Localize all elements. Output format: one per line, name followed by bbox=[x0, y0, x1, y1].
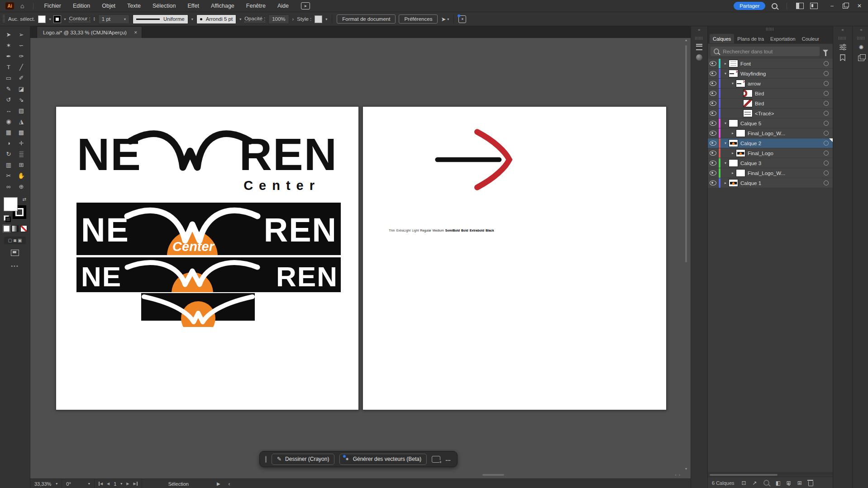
status-play-icon[interactable]: ▶ bbox=[217, 481, 220, 486]
layer-name[interactable]: <Tracé> bbox=[755, 111, 774, 116]
draw-normal-icon[interactable]: ▢ bbox=[8, 238, 12, 243]
layer-row[interactable]: ▾ Calque 5 bbox=[708, 118, 833, 128]
target-circle-icon[interactable] bbox=[824, 61, 829, 66]
layer-row[interactable]: ▸ Font bbox=[708, 59, 833, 69]
symbol-sprayer-tool[interactable]: ▒ bbox=[15, 148, 28, 159]
column-graph-tool[interactable]: ▥ bbox=[2, 159, 15, 170]
target-circle-icon[interactable] bbox=[824, 161, 829, 166]
visibility-eye-icon[interactable] bbox=[710, 61, 716, 66]
layer-name[interactable]: Final_Logo_W... bbox=[748, 171, 785, 176]
layer-row[interactable]: Bird bbox=[708, 99, 833, 109]
gradient-button[interactable] bbox=[12, 225, 19, 232]
selection-tool[interactable]: ➤ bbox=[2, 29, 15, 40]
stroke-stepper[interactable]: ▴▾ bbox=[94, 17, 95, 21]
menu-objet[interactable]: Objet bbox=[96, 3, 121, 9]
dock-grip[interactable] bbox=[695, 37, 703, 40]
properties-panel-icon[interactable] bbox=[839, 44, 846, 50]
layer-name[interactable]: Wayfinding bbox=[740, 71, 766, 76]
fill-swatch[interactable] bbox=[38, 15, 46, 23]
scale-tool[interactable]: ⇘ bbox=[15, 94, 28, 105]
target-circle-icon[interactable] bbox=[824, 91, 829, 96]
layer-row[interactable]: ▾ Calque 3 bbox=[708, 158, 833, 168]
blend-tool[interactable]: ◑ bbox=[2, 137, 15, 148]
stroke-weight-label[interactable]: Contour : bbox=[69, 16, 90, 22]
target-circle-icon[interactable] bbox=[824, 81, 829, 86]
visibility-eye-icon[interactable] bbox=[710, 171, 716, 175]
tab-couleur[interactable]: Couleur bbox=[799, 34, 823, 43]
fill-chevron-icon[interactable]: ▾ bbox=[49, 17, 51, 21]
menu-texte[interactable]: Texte bbox=[121, 3, 147, 9]
layer-thumbnail[interactable] bbox=[729, 119, 738, 127]
panel-drag-bar[interactable] bbox=[708, 26, 833, 32]
rotate-view-tool[interactable]: ↻ bbox=[2, 148, 15, 159]
brush-field[interactable]: Arrondi 5 pt bbox=[196, 14, 236, 24]
layer-row[interactable]: ▸ Calque 1 bbox=[708, 178, 833, 188]
opacity-field[interactable]: 100% bbox=[268, 14, 289, 24]
tab-exportation[interactable]: Exportation bbox=[767, 34, 799, 43]
filter-icon[interactable] bbox=[823, 50, 828, 53]
visibility-eye-icon[interactable] bbox=[710, 151, 716, 156]
vscroll-thumb[interactable] bbox=[685, 45, 687, 262]
free-transform-tool[interactable]: ▧ bbox=[15, 105, 28, 116]
expand-chevron-icon[interactable]: ▾ bbox=[730, 81, 736, 85]
target-circle-icon[interactable] bbox=[824, 151, 829, 156]
layers-search-box[interactable] bbox=[711, 47, 820, 56]
target-circle-icon[interactable] bbox=[824, 121, 829, 126]
layer-thumbnail[interactable] bbox=[743, 109, 753, 117]
next-artboard-icon[interactable]: ▶ bbox=[126, 482, 129, 486]
close-button[interactable]: ✕ bbox=[857, 3, 862, 9]
layer-row[interactable]: ▾ Wayfinding bbox=[708, 69, 833, 79]
default-fill-stroke-icon[interactable] bbox=[4, 215, 9, 221]
layer-thumbnail[interactable] bbox=[736, 169, 745, 177]
visibility-eye-icon[interactable] bbox=[710, 81, 716, 86]
layer-name[interactable]: Calque 2 bbox=[740, 141, 761, 146]
workspace-switcher-icon[interactable] bbox=[810, 3, 818, 9]
screen-mode-icon[interactable] bbox=[11, 250, 19, 256]
hscroll-thumb[interactable] bbox=[482, 474, 504, 476]
draw-behind-icon[interactable]: ◙ bbox=[14, 238, 16, 243]
menu-selection[interactable]: Sélection bbox=[147, 3, 181, 9]
expand-chevron-icon[interactable]: ▾ bbox=[722, 71, 729, 76]
generate-vectors-button[interactable]: ✶ Générer des vecteurs (Beta) bbox=[339, 454, 427, 465]
visibility-eye-icon[interactable] bbox=[710, 131, 716, 136]
expand-chevron-icon[interactable]: ▸ bbox=[722, 62, 729, 66]
first-artboard-icon[interactable]: ◀ bbox=[99, 482, 103, 486]
stroke-chevron-icon[interactable]: ▾ bbox=[64, 17, 66, 21]
layer-name[interactable]: Final_Logo_W... bbox=[748, 131, 785, 136]
rotate-tool[interactable]: ↺ bbox=[2, 94, 15, 105]
taskbar-drag-handle[interactable] bbox=[265, 456, 267, 463]
layer-name[interactable]: Calque 3 bbox=[740, 161, 761, 166]
rotation-dropdown[interactable]: 0° ▾ bbox=[62, 479, 95, 488]
export-icon[interactable]: ↗ bbox=[753, 480, 757, 486]
menu-fenetre[interactable]: Fenêtre bbox=[240, 3, 272, 9]
preferences-button[interactable]: Préférences bbox=[399, 14, 438, 24]
libraries-panel-icon[interactable] bbox=[840, 54, 845, 61]
last-artboard-icon[interactable]: ▶ bbox=[133, 482, 137, 486]
layer-thumbnail[interactable] bbox=[743, 90, 753, 97]
layer-thumbnail[interactable] bbox=[729, 70, 738, 77]
swap-fill-stroke-icon[interactable]: ⇄ bbox=[23, 197, 26, 202]
new-layer-icon[interactable]: ⊞ bbox=[797, 480, 802, 486]
layer-thumbnail[interactable] bbox=[729, 179, 738, 187]
layer-thumbnail[interactable] bbox=[743, 99, 753, 107]
sphere-icon[interactable] bbox=[696, 54, 702, 61]
panel-menu-icon[interactable] bbox=[696, 44, 702, 50]
color-panel-icon[interactable]: ✺ bbox=[859, 44, 864, 51]
rectangle-tool[interactable]: ▭ bbox=[2, 72, 15, 83]
fill-indicator[interactable] bbox=[4, 197, 18, 211]
vertical-scrollbar[interactable]: ▴ ▾ bbox=[683, 38, 689, 472]
visibility-eye-icon[interactable] bbox=[710, 161, 716, 166]
target-circle-icon[interactable] bbox=[824, 141, 829, 146]
profile-chevron-icon[interactable]: ▾ bbox=[191, 17, 193, 21]
document-tab[interactable]: Logo.ai* @ 33,33 % (CMJN/Aperçu) ✕ bbox=[37, 26, 142, 38]
layer-thumbnail[interactable] bbox=[729, 60, 738, 67]
layer-thumbnail[interactable] bbox=[736, 80, 745, 87]
target-circle-icon[interactable] bbox=[824, 111, 829, 116]
artboard-logos[interactable]: NE REN Center NE REN C bbox=[56, 106, 359, 410]
layer-row[interactable]: <Tracé> bbox=[708, 109, 833, 118]
visibility-eye-icon[interactable] bbox=[710, 71, 716, 76]
dock-grip[interactable] bbox=[857, 37, 865, 40]
locate-search-icon[interactable] bbox=[763, 480, 769, 486]
tab-close-icon[interactable]: ✕ bbox=[134, 30, 138, 35]
expand-chevron-icon[interactable]: ▸ bbox=[730, 171, 736, 175]
